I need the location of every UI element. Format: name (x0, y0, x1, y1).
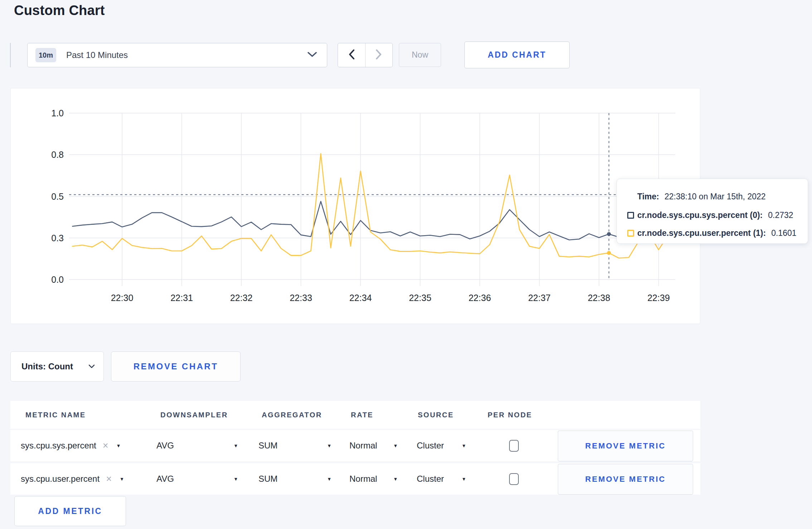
chevron-left-icon (348, 49, 355, 61)
caret-down-icon: ▼ (393, 443, 398, 448)
y-axis-tick-label: 1.0 (51, 108, 64, 118)
caret-down-icon: ▼ (327, 476, 332, 482)
caret-down-icon: ▼ (461, 476, 466, 482)
now-button[interactable]: Now (399, 43, 441, 67)
metric-name-select[interactable]: sys.cpu.sys.percent × ▼ (21, 430, 150, 461)
remove-chart-button[interactable]: REMOVE CHART (111, 351, 241, 382)
units-label: Units: Count (21, 361, 73, 372)
tooltip-series-row: cr.node.sys.cpu.sys.percent (0): 0.2732 (627, 210, 793, 220)
column-header-aggregator: AGGREGATOR (262, 401, 322, 429)
y-axis-tick-label: 0.3 (51, 233, 64, 243)
caret-down-icon: ▼ (233, 443, 238, 448)
chart-card: 0.00.30.50.81.022:3022:3122:3222:3322:34… (10, 88, 700, 324)
time-range-badge: 10m (35, 48, 56, 62)
per-node-checkbox[interactable] (509, 440, 519, 452)
caret-down-icon: ▼ (116, 443, 121, 448)
cpu-usage-chart[interactable]: 0.00.30.50.81.022:3022:3122:3222:3322:34… (11, 88, 701, 324)
x-axis-tick-label: 22:35 (409, 293, 431, 303)
column-header-metric-name: METRIC NAME (25, 401, 86, 429)
aggregator-value: SUM (258, 441, 277, 451)
clear-metric-icon[interactable]: × (103, 441, 108, 451)
x-axis-tick-label: 22:31 (170, 293, 193, 303)
x-axis-tick-label: 22:38 (588, 293, 610, 303)
column-header-rate: RATE (351, 401, 373, 429)
metric-name-value: sys.cpu.user.percent (21, 474, 100, 484)
aggregator-value: SUM (258, 474, 277, 484)
hover-dot-0 (607, 232, 611, 236)
caret-down-icon: ▼ (327, 443, 332, 448)
downsampler-value: AVG (156, 474, 174, 484)
downsampler-select[interactable]: AVG ▼ (156, 430, 238, 461)
column-header-source: SOURCE (418, 401, 454, 429)
metric-row: sys.cpu.user.percent × ▼ AVG ▼ SUM ▼ Nor… (10, 463, 700, 495)
x-axis-tick-label: 22:39 (647, 293, 670, 303)
rate-value: Normal (349, 441, 377, 451)
series-sys-swatch-icon (627, 212, 634, 219)
chevron-right-icon (376, 49, 382, 61)
tooltip-series-label: cr.node.sys.cpu.user.percent (1): (637, 228, 766, 238)
metric-name-select[interactable]: sys.cpu.user.percent × ▼ (21, 463, 150, 495)
remove-metric-button[interactable]: REMOVE METRIC (558, 431, 693, 461)
tooltip-series-value: 0.1601 (771, 228, 796, 238)
series-line-1 (72, 154, 668, 258)
aggregator-select[interactable]: SUM ▼ (258, 463, 332, 495)
y-axis-tick-label: 0.5 (51, 191, 64, 202)
source-value: Cluster (417, 441, 444, 451)
series-user-swatch-icon (627, 230, 634, 237)
rate-value: Normal (349, 474, 377, 484)
x-axis-tick-label: 22:36 (469, 293, 491, 303)
downsampler-value: AVG (156, 441, 174, 451)
x-axis-tick-label: 22:34 (349, 293, 372, 303)
caret-down-icon: ▼ (393, 476, 398, 482)
caret-down-icon: ▼ (233, 476, 238, 482)
caret-down-icon: ▼ (461, 443, 466, 448)
time-range-label: Past 10 Minutes (66, 50, 128, 60)
rate-select[interactable]: Normal ▼ (349, 430, 398, 461)
per-node-checkbox[interactable] (509, 473, 519, 485)
y-axis-tick-label: 0.0 (51, 275, 64, 285)
column-header-per-node: PER NODE (488, 401, 532, 429)
x-axis-tick-label: 22:32 (230, 293, 253, 303)
caret-down-icon: ▼ (120, 476, 124, 482)
source-select[interactable]: Cluster ▼ (417, 430, 466, 461)
source-select[interactable]: Cluster ▼ (417, 463, 466, 495)
chart-hover-tooltip: Time: 22:38:10 on Mar 15th, 2022 cr.node… (617, 179, 808, 244)
add-chart-button[interactable]: ADD CHART (464, 42, 570, 68)
remove-metric-button[interactable]: REMOVE METRIC (558, 464, 693, 495)
time-range-dropdown[interactable]: 10m Past 10 Minutes (27, 43, 327, 67)
metrics-table-header: METRIC NAME DOWNSAMPLER AGGREGATOR RATE … (10, 401, 700, 429)
aggregator-select[interactable]: SUM ▼ (258, 430, 332, 461)
tooltip-time-value: 22:38:10 on Mar 15th, 2022 (664, 192, 766, 202)
tooltip-series-label: cr.node.sys.cpu.sys.percent (0): (637, 210, 763, 220)
x-axis-tick-label: 22:33 (290, 293, 312, 303)
x-axis-tick-label: 22:30 (111, 293, 134, 303)
tooltip-series-value: 0.2732 (768, 210, 793, 220)
time-nav-group (338, 43, 393, 67)
tooltip-time-label: Time: (637, 192, 659, 202)
next-timeframe-button[interactable] (365, 43, 393, 67)
clear-metric-icon[interactable]: × (106, 474, 112, 484)
y-axis-tick-label: 0.8 (51, 150, 64, 160)
add-metric-button[interactable]: ADD METRIC (14, 496, 126, 526)
series-line-0 (72, 202, 668, 240)
downsampler-select[interactable]: AVG ▼ (156, 463, 238, 495)
hover-dot-1 (607, 251, 611, 255)
chevron-down-icon (88, 363, 95, 370)
metric-name-value: sys.cpu.sys.percent (21, 441, 96, 451)
tooltip-series-row: cr.node.sys.cpu.user.percent (1): 0.1601 (627, 228, 797, 238)
rate-select[interactable]: Normal ▼ (349, 463, 398, 495)
page-title: Custom Chart (14, 3, 105, 18)
units-dropdown[interactable]: Units: Count (10, 351, 104, 382)
source-value: Cluster (417, 474, 444, 484)
x-axis-tick-label: 22:37 (528, 293, 551, 303)
metric-row: sys.cpu.sys.percent × ▼ AVG ▼ SUM ▼ Norm… (10, 430, 700, 461)
toolbar-divider (10, 43, 11, 67)
previous-timeframe-button[interactable] (338, 43, 365, 67)
column-header-downsampler: DOWNSAMPLER (160, 401, 228, 429)
chevron-down-icon (308, 52, 317, 59)
